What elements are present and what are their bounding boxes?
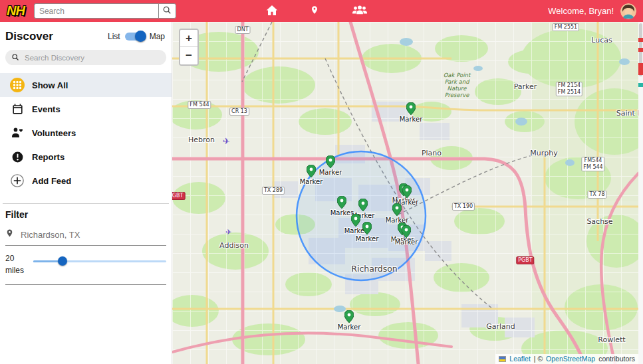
avatar[interactable] [620,3,636,19]
discovery-search-input[interactable] [23,53,160,62]
park-label: Oak Point Park and Nature Preserve [444,72,471,98]
road-badge: PGBT [516,256,534,264]
attribution-suffix: contributors [596,355,635,363]
marker-label: Marker [356,235,379,242]
calendar-icon [9,103,25,116]
radius-filter: 20 miles [5,252,166,285]
ukraine-flag-icon [499,356,506,362]
scrollbar-mark [638,48,643,52]
radius-slider[interactable] [33,256,166,266]
home-nav-button[interactable] [265,3,279,19]
marker-label: Marker [338,323,361,331]
marker-pin-icon [351,214,360,227]
city-label: Addison [219,241,249,250]
sidebar-item-events[interactable]: Events [0,97,172,121]
discover-sidebar: Discover List Map Show All [0,22,172,364]
location-filter [5,228,166,246]
road-badge: FM544 FM 544 [581,157,604,171]
discovery-search [5,50,166,65]
marker-pin-icon [406,102,416,115]
community-nav-button[interactable] [350,3,370,19]
radius-unit: miles [5,264,27,276]
global-search [34,3,176,19]
zoom-out-button[interactable]: − [180,47,197,64]
marker-label: Marker [400,116,423,123]
search-icon [162,5,172,17]
marker-pin-icon [358,199,368,211]
sidebar-item-label: Events [32,104,61,114]
marker-pin-icon [402,185,412,198]
sidebar-item-label: Show All [32,80,68,90]
toggle-map-label: Map [150,32,165,41]
leaflet-link[interactable]: Leaflet [509,355,531,363]
global-search-input[interactable] [34,3,158,19]
marker-pin-icon [337,196,346,209]
scrollbar-mark [638,83,643,87]
city-label: Parker [514,82,537,91]
attribution-separator: | © [532,355,545,363]
road-badge: FM 2551 [553,23,579,31]
road-badge: FM 544 [188,101,211,109]
zoom-in-button[interactable]: + [180,30,197,47]
marker-pin-icon [326,155,335,168]
app-logo[interactable]: NH [7,3,25,19]
road-badge: GBT [172,192,185,200]
city-label: Richardson [351,264,398,274]
top-navbar: NH [0,0,643,22]
people-icon [351,5,368,18]
city-label: Hebron [188,136,215,144]
sidebar-item-label: Volunteers [32,128,76,138]
sidebar-item-show-all[interactable]: Show All [0,73,172,97]
map-attribution: Leaflet | © OpenStreetMap contributors [495,354,638,364]
marker-label: Marker [330,209,354,217]
map[interactable]: ✈ ✈ LucasParkerSaint PaulHebronPlanoMurp… [172,22,638,364]
road-badge: DNT [235,26,250,34]
page-scrollbar[interactable] [638,22,643,364]
slider-knob[interactable] [58,256,67,266]
road-badge: TX 190 [452,203,475,211]
city-label: Lucas [591,36,612,45]
city-label: Garland [486,322,515,331]
osm-link[interactable]: OpenStreetMap [546,355,595,363]
sidebar-divider [3,203,169,204]
sidebar-item-reports[interactable]: Reports [0,145,172,169]
search-icon [11,52,19,64]
marker-pin-icon [392,203,402,216]
global-search-button[interactable] [158,3,176,19]
sidebar-item-label: Add Feed [32,176,71,186]
page-title: Discover [5,30,53,43]
marker-pin-icon [344,310,354,323]
radius-value: 20 [5,252,27,264]
zoom-control: + − [179,29,199,66]
map-overlays: LucasParkerSaint PaulHebronPlanoMurphySa… [172,22,638,364]
location-icon [310,4,319,18]
city-label: Plano [422,149,442,157]
marker-label: Marker [319,169,342,176]
nav-icon-group [265,0,370,22]
scrollbar-mark [638,38,643,42]
add-icon [9,173,25,188]
city-label: Sachse [586,217,612,226]
toggle-list-label: List [108,32,120,41]
road-badge: TX 78 [587,191,606,199]
navbar-right: Welcome, Bryan! [548,3,636,19]
sidebar-item-add-feed[interactable]: Add Feed [0,169,172,193]
pin-icon [5,228,14,241]
location-input[interactable] [19,229,166,240]
sidebar-item-volunteers[interactable]: Volunteers [0,121,172,145]
list-map-toggle[interactable] [125,33,145,41]
home-icon [266,5,278,18]
marker-label: Marker [395,238,418,246]
city-label: Rowlett [598,335,625,344]
city-label: Saint Paul [616,109,638,118]
map-nav-button[interactable] [309,3,321,19]
list-map-toggle-group: List Map [108,32,165,41]
sidebar-item-label: Reports [32,152,64,162]
road-badge: CR 13 [229,108,249,116]
marker-pin-icon [402,225,411,238]
filter-title: Filter [0,209,172,220]
volunteer-icon [9,126,25,139]
report-icon [9,151,25,163]
road-badge: TX 289 [262,187,285,195]
road-badge: FM 2154 FM 2514 [556,82,582,96]
